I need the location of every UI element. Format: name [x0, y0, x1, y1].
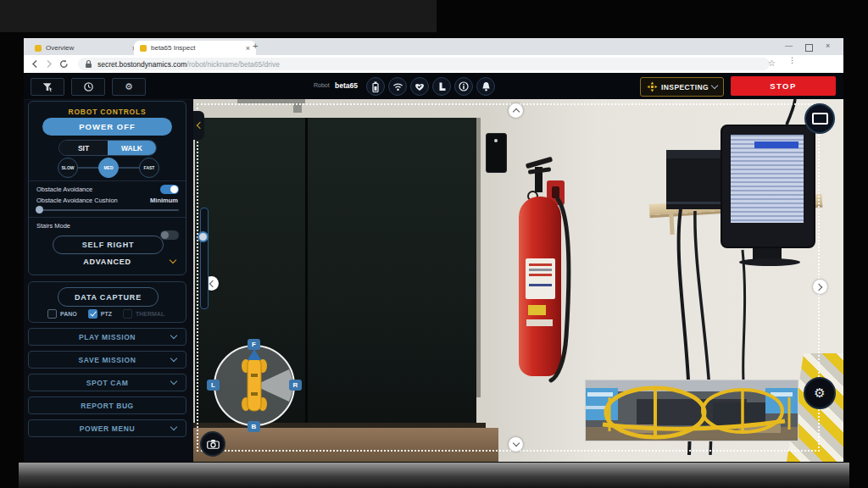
robot-status-icons [366, 77, 495, 96]
chevron-up-icon [512, 108, 519, 115]
camera-settings-button[interactable]: ⚙ [804, 377, 836, 409]
height-slider-track[interactable] [200, 208, 209, 309]
drive-mode-button[interactable] [31, 78, 64, 96]
extinguisher-label [526, 258, 555, 299]
sidebar-collapse-button[interactable] [193, 111, 204, 140]
save-mission-expander[interactable]: SAVE MISSION [28, 351, 186, 369]
tab-favicon-icon [35, 45, 42, 52]
forward-icon[interactable] [44, 59, 53, 69]
monitor-bezel-top [0, 0, 437, 32]
tab-close-icon[interactable]: × [246, 44, 250, 53]
obstacle-avoidance-toggle[interactable] [160, 185, 179, 194]
menu-label: REPORT BUG [81, 402, 134, 410]
joystick-back-label: B [248, 421, 260, 432]
ptz-label: PTZ [101, 311, 112, 317]
battery-status-button[interactable] [366, 77, 385, 96]
stop-button[interactable]: STOP [731, 76, 836, 96]
address-bar[interactable]: secret.bostondynamics.com/robot/nickname… [78, 58, 770, 70]
cushion-value: Minimum [150, 197, 178, 204]
thermal-label: THERMAL [136, 311, 164, 317]
cushion-slider-handle[interactable] [36, 206, 43, 214]
walk-button[interactable]: WALK [108, 141, 156, 155]
ptz-checkbox[interactable]: PTZ [88, 309, 112, 319]
self-right-button[interactable]: SELF RIGHT [53, 236, 164, 254]
door-gap [305, 118, 308, 430]
checkbox-checked-icon [88, 309, 97, 319]
lease-icon [438, 82, 446, 92]
pano-checkbox[interactable]: PANO [47, 309, 77, 319]
joystick-forward-label: F [248, 339, 260, 350]
tab-beta65-inspect[interactable]: beta65 Inspect × [134, 41, 256, 55]
fullscreen-button[interactable] [804, 103, 835, 134]
self-right-label: SELF RIGHT [82, 241, 135, 249]
speed-med-button[interactable]: MED [98, 158, 119, 178]
pan-right-button[interactable] [813, 280, 827, 294]
report-bug-button[interactable]: REPORT BUG [28, 396, 186, 414]
robot-controls-panel: ROBOT CONTROLS POWER OFF SIT WALK SLOW M… [28, 101, 186, 275]
pano-label: PANO [60, 311, 77, 317]
take-photo-button[interactable] [200, 431, 225, 457]
info-icon [459, 81, 469, 92]
chevron-down-icon [170, 424, 177, 430]
joystick-wedge [214, 345, 295, 426]
sit-button[interactable]: SIT [59, 141, 108, 155]
obstacle-cushion-label: Obstacle Avoidance Cushion [36, 197, 118, 204]
checkbox-icon [47, 309, 57, 319]
camera-feed[interactable]: F B L R ⚙ [193, 99, 843, 462]
capture-options: PANO PTZ THERMAL [47, 309, 164, 319]
drive-joystick[interactable]: F B L R [214, 345, 295, 426]
url-path: /robot/nickname/beta65/drive [186, 60, 280, 69]
mode-label: INSPECTING [661, 83, 709, 92]
stop-label: STOP [770, 81, 797, 91]
spot-cam-expander[interactable]: SPOT CAM [28, 374, 186, 391]
tab-label: beta65 Inspect [151, 44, 195, 52]
reload-icon[interactable] [59, 59, 69, 69]
window-close-icon[interactable]: × [826, 42, 830, 50]
advanced-expander[interactable]: ADVANCED [29, 258, 186, 266]
history-button[interactable] [71, 78, 105, 96]
thermal-checkbox[interactable]: THERMAL [123, 309, 164, 319]
battery-icon [372, 81, 379, 92]
cushion-slider-track[interactable] [37, 209, 179, 211]
door-frame [476, 118, 481, 397]
chevron-down-icon [170, 332, 177, 339]
pan-down-button[interactable] [509, 437, 523, 452]
joystick-right-label: R [289, 380, 302, 391]
window-maximize-icon[interactable] [805, 44, 813, 52]
browser-menu-icon[interactable]: ⋮ [788, 58, 792, 62]
wifi-icon [392, 82, 403, 92]
power-off-button[interactable]: POWER OFF [42, 118, 172, 136]
tab-overview[interactable]: Overview × [29, 41, 142, 55]
lease-status-button[interactable] [432, 77, 451, 96]
settings-button[interactable]: ⚙ [112, 78, 146, 96]
bookmark-star-icon[interactable]: ☆ [768, 58, 776, 68]
fullscreen-icon [812, 113, 828, 125]
robot-label: Robot [314, 82, 330, 88]
notifications-button[interactable] [476, 77, 495, 96]
padlock-icon [85, 59, 92, 69]
floor [193, 428, 498, 462]
panel-title: ROBOT CONTROLS [29, 108, 186, 116]
pano-camera-view[interactable] [585, 380, 798, 441]
data-capture-button[interactable]: DATA CAPTURE [58, 287, 159, 307]
stairs-mode-toggle[interactable] [160, 230, 179, 240]
divider [29, 180, 186, 181]
power-menu-expander[interactable]: POWER MENU [28, 419, 186, 437]
window-minimize-icon[interactable]: — [785, 42, 793, 50]
height-slider-handle[interactable] [198, 231, 209, 242]
menu-label: POWER MENU [80, 424, 136, 433]
mode-selector-button[interactable]: INSPECTING [640, 77, 724, 97]
chevron-down-icon [170, 355, 177, 362]
obstacle-avoidance-label: Obstacle Avoidance [36, 186, 92, 193]
info-status-button[interactable] [454, 77, 473, 96]
wifi-status-button[interactable] [388, 77, 407, 96]
speed-slow-button[interactable]: SLOW [58, 158, 78, 178]
new-tab-button[interactable]: + [253, 41, 258, 51]
health-status-button[interactable] [410, 77, 429, 96]
url-host: secret.bostondynamics.com [97, 60, 186, 69]
card-reader [486, 133, 507, 173]
play-mission-expander[interactable]: PLAY MISSION [28, 328, 186, 346]
back-icon[interactable] [31, 59, 40, 69]
pan-up-button[interactable] [509, 103, 523, 118]
speed-fast-button[interactable]: FAST [139, 158, 159, 178]
